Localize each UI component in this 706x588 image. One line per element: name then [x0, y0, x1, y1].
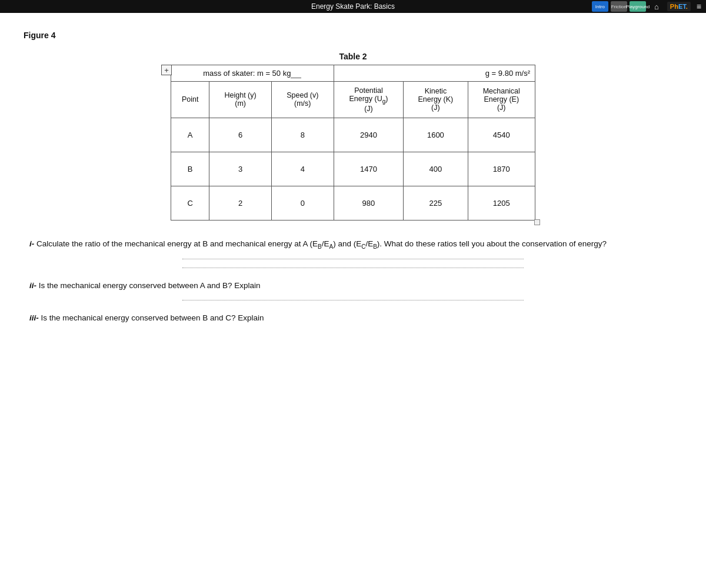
col-height: Height (y)(m)	[209, 82, 272, 118]
question-1: i- Calculate the ratio of the mechanical…	[29, 238, 677, 269]
home-icon[interactable]: ⌂	[648, 1, 665, 12]
kinetic-b: 400	[404, 152, 468, 186]
col-speed: Speed (v)(m/s)	[271, 82, 334, 118]
col-potential: PotentialEnergy (Ug)(J)	[334, 82, 404, 118]
speed-c: 0	[271, 186, 334, 220]
height-b: 3	[209, 152, 272, 186]
answer-line-1b	[182, 268, 524, 268]
table-row: B 3 4 1470 400 1870	[171, 152, 535, 186]
header-row: Point Height (y)(m) Speed (v)(m/s) Poten…	[171, 82, 535, 118]
mechanical-a: 4540	[468, 118, 535, 152]
height-a: 6	[209, 118, 272, 152]
intro-nav[interactable]: Intro	[592, 1, 608, 12]
friction-nav[interactable]: Friction	[611, 1, 627, 12]
hamburger-menu[interactable]: ≡	[697, 2, 701, 11]
info-row: mass of skater: m = 50 kg g = 9.80 m/s²	[171, 65, 535, 82]
q3-label: iii- Is the mechanical energy conserved …	[29, 312, 677, 324]
playground-nav[interactable]: Playground	[630, 1, 646, 12]
potential-b: 1470	[334, 152, 404, 186]
col-point: Point	[171, 82, 209, 118]
table-row: A 6 8 2940 1600 4540	[171, 118, 535, 152]
kinetic-c: 225	[404, 186, 468, 220]
figure-label: Figure 4	[24, 31, 682, 40]
answer-line-1a	[182, 259, 524, 259]
question-2: ii- Is the mechanical energy conserved b…	[29, 280, 677, 300]
mass-info: mass of skater: m = 50 kg	[171, 65, 334, 82]
table-title: Table 2	[171, 52, 535, 61]
speed-b: 4	[271, 152, 334, 186]
speed-a: 8	[271, 118, 334, 152]
height-c: 2	[209, 186, 272, 220]
main-content: Figure 4 + Table 2 mass of skater: m = 5…	[0, 13, 706, 360]
point-b: B	[171, 152, 209, 186]
phet-logo: PhET.	[667, 2, 691, 11]
point-a: A	[171, 118, 209, 152]
col-kinetic: KineticEnergy (K)(J)	[404, 82, 468, 118]
topbar: Energy Skate Park: Basics Intro Friction…	[0, 0, 706, 13]
potential-a: 2940	[334, 118, 404, 152]
questions-section: i- Calculate the ratio of the mechanical…	[24, 238, 682, 325]
table-add-button[interactable]: +	[161, 65, 172, 75]
q2-label: ii- Is the mechanical energy conserved b…	[29, 280, 677, 292]
kinetic-a: 1600	[404, 118, 468, 152]
resize-handle[interactable]	[534, 219, 540, 225]
g-info: g = 9.80 m/s²	[334, 65, 535, 82]
question-3: iii- Is the mechanical energy conserved …	[29, 312, 677, 324]
mechanical-c: 1205	[468, 186, 535, 220]
col-mechanical: MechanicalEnergy (E)(J)	[468, 82, 535, 118]
topbar-title: Energy Skate Park: Basics	[311, 2, 395, 11]
data-table: mass of skater: m = 50 kg g = 9.80 m/s² …	[171, 65, 535, 220]
point-c: C	[171, 186, 209, 220]
topbar-icons: Intro Friction Playground ⌂ PhET. ≡	[592, 1, 701, 12]
q1-label: i- Calculate the ratio of the mechanical…	[29, 238, 677, 251]
table-wrapper: + Table 2 mass of skater: m = 50 kg g = …	[171, 52, 535, 220]
answer-line-2	[182, 300, 524, 300]
potential-c: 980	[334, 186, 404, 220]
table-row: C 2 0 980 225 1205	[171, 186, 535, 220]
mechanical-b: 1870	[468, 152, 535, 186]
